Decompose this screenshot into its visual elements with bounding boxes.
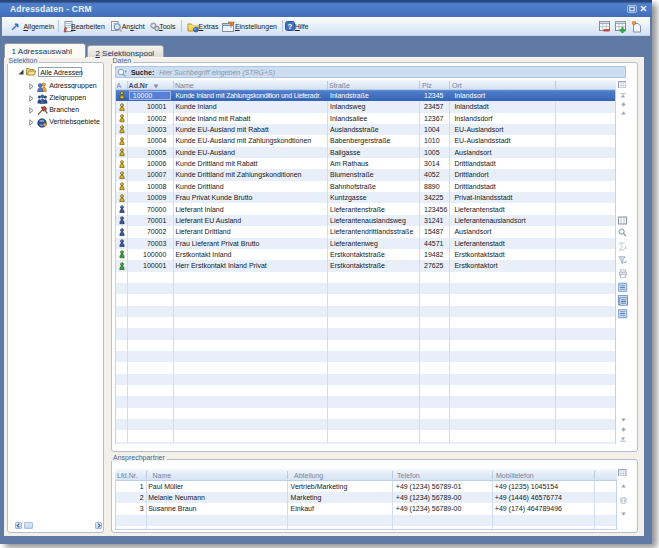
svg-text:?: ? <box>287 22 292 31</box>
